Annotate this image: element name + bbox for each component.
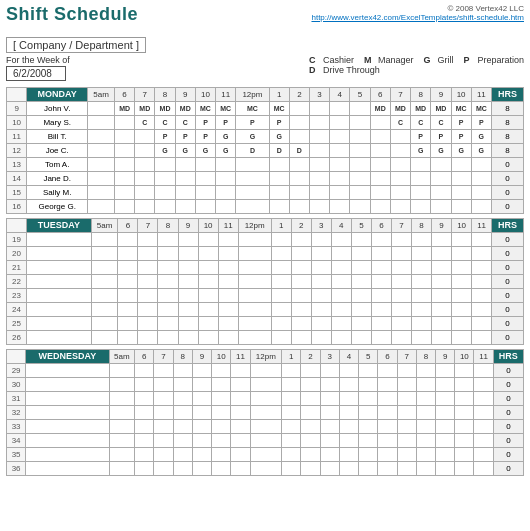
schedule-cell[interactable] bbox=[238, 303, 271, 317]
employee-name[interactable]: Mary S. bbox=[27, 116, 88, 130]
schedule-cell[interactable] bbox=[236, 172, 269, 186]
schedule-cell[interactable] bbox=[158, 289, 178, 303]
schedule-cell[interactable] bbox=[451, 172, 471, 186]
schedule-cell[interactable] bbox=[339, 434, 358, 448]
schedule-cell[interactable] bbox=[289, 116, 309, 130]
schedule-cell[interactable] bbox=[175, 186, 195, 200]
schedule-cell[interactable] bbox=[158, 331, 178, 345]
employee-name[interactable]: Joe C. bbox=[27, 144, 88, 158]
schedule-cell[interactable] bbox=[411, 172, 431, 186]
schedule-cell[interactable] bbox=[416, 462, 435, 476]
schedule-cell[interactable] bbox=[320, 420, 339, 434]
schedule-cell[interactable] bbox=[158, 261, 178, 275]
schedule-cell[interactable] bbox=[371, 247, 391, 261]
schedule-cell[interactable] bbox=[391, 233, 411, 247]
schedule-cell[interactable] bbox=[135, 172, 155, 186]
schedule-cell[interactable] bbox=[350, 144, 370, 158]
schedule-cell[interactable]: MD bbox=[390, 102, 410, 116]
schedule-cell[interactable] bbox=[455, 392, 474, 406]
schedule-cell[interactable] bbox=[474, 406, 493, 420]
schedule-cell[interactable]: G bbox=[471, 130, 491, 144]
schedule-cell[interactable] bbox=[432, 275, 452, 289]
schedule-cell[interactable] bbox=[339, 378, 358, 392]
schedule-cell[interactable]: G bbox=[195, 144, 215, 158]
schedule-cell[interactable] bbox=[350, 200, 370, 214]
schedule-cell[interactable]: MD bbox=[370, 102, 390, 116]
schedule-cell[interactable] bbox=[391, 289, 411, 303]
schedule-cell[interactable] bbox=[309, 102, 329, 116]
schedule-cell[interactable] bbox=[309, 144, 329, 158]
schedule-cell[interactable] bbox=[378, 434, 397, 448]
schedule-cell[interactable] bbox=[339, 406, 358, 420]
schedule-cell[interactable] bbox=[291, 303, 311, 317]
schedule-cell[interactable] bbox=[236, 200, 269, 214]
schedule-cell[interactable] bbox=[472, 317, 492, 331]
schedule-cell[interactable]: P bbox=[155, 130, 175, 144]
schedule-cell[interactable] bbox=[452, 247, 472, 261]
employee-name[interactable] bbox=[26, 392, 109, 406]
schedule-cell[interactable] bbox=[320, 448, 339, 462]
schedule-cell[interactable] bbox=[330, 186, 350, 200]
schedule-cell[interactable] bbox=[455, 420, 474, 434]
schedule-cell[interactable] bbox=[216, 200, 236, 214]
employee-name[interactable] bbox=[26, 406, 109, 420]
schedule-cell[interactable] bbox=[198, 275, 218, 289]
schedule-cell[interactable] bbox=[158, 275, 178, 289]
schedule-cell[interactable] bbox=[350, 116, 370, 130]
schedule-cell[interactable] bbox=[436, 378, 455, 392]
schedule-cell[interactable] bbox=[474, 392, 493, 406]
schedule-cell[interactable] bbox=[109, 364, 135, 378]
employee-name[interactable] bbox=[27, 331, 92, 345]
schedule-cell[interactable] bbox=[88, 172, 115, 186]
schedule-cell[interactable] bbox=[231, 434, 250, 448]
schedule-cell[interactable] bbox=[231, 392, 250, 406]
schedule-cell[interactable] bbox=[452, 317, 472, 331]
schedule-cell[interactable] bbox=[216, 158, 236, 172]
schedule-cell[interactable] bbox=[250, 420, 282, 434]
schedule-cell[interactable] bbox=[271, 261, 291, 275]
schedule-cell[interactable] bbox=[474, 420, 493, 434]
schedule-cell[interactable] bbox=[218, 303, 238, 317]
schedule-cell[interactable] bbox=[198, 331, 218, 345]
schedule-cell[interactable] bbox=[378, 378, 397, 392]
schedule-cell[interactable] bbox=[452, 261, 472, 275]
schedule-cell[interactable]: G bbox=[236, 130, 269, 144]
schedule-cell[interactable] bbox=[88, 116, 115, 130]
schedule-cell[interactable] bbox=[411, 303, 431, 317]
schedule-cell[interactable] bbox=[309, 158, 329, 172]
schedule-cell[interactable] bbox=[271, 289, 291, 303]
schedule-cell[interactable] bbox=[178, 331, 198, 345]
schedule-cell[interactable] bbox=[431, 172, 451, 186]
schedule-cell[interactable] bbox=[411, 331, 431, 345]
schedule-cell[interactable] bbox=[311, 275, 331, 289]
schedule-cell[interactable] bbox=[178, 247, 198, 261]
schedule-cell[interactable] bbox=[91, 331, 118, 345]
employee-name[interactable]: Tom A. bbox=[27, 158, 88, 172]
schedule-cell[interactable] bbox=[471, 158, 491, 172]
schedule-cell[interactable] bbox=[390, 172, 410, 186]
schedule-cell[interactable] bbox=[431, 158, 451, 172]
schedule-cell[interactable] bbox=[359, 364, 378, 378]
schedule-cell[interactable] bbox=[320, 434, 339, 448]
schedule-cell[interactable] bbox=[91, 261, 118, 275]
schedule-cell[interactable] bbox=[195, 158, 215, 172]
schedule-cell[interactable] bbox=[471, 186, 491, 200]
schedule-cell[interactable] bbox=[269, 200, 289, 214]
schedule-cell[interactable] bbox=[238, 261, 271, 275]
schedule-cell[interactable] bbox=[158, 303, 178, 317]
schedule-cell[interactable] bbox=[378, 392, 397, 406]
schedule-cell[interactable] bbox=[351, 317, 371, 331]
schedule-cell[interactable] bbox=[271, 331, 291, 345]
schedule-cell[interactable] bbox=[175, 200, 195, 214]
schedule-cell[interactable]: P bbox=[431, 130, 451, 144]
schedule-cell[interactable] bbox=[311, 233, 331, 247]
schedule-cell[interactable] bbox=[390, 144, 410, 158]
schedule-cell[interactable] bbox=[320, 378, 339, 392]
schedule-cell[interactable] bbox=[192, 392, 211, 406]
schedule-cell[interactable] bbox=[109, 434, 135, 448]
schedule-cell[interactable] bbox=[118, 261, 138, 275]
schedule-cell[interactable] bbox=[359, 462, 378, 476]
schedule-cell[interactable] bbox=[118, 289, 138, 303]
schedule-cell[interactable] bbox=[236, 158, 269, 172]
schedule-cell[interactable] bbox=[339, 420, 358, 434]
